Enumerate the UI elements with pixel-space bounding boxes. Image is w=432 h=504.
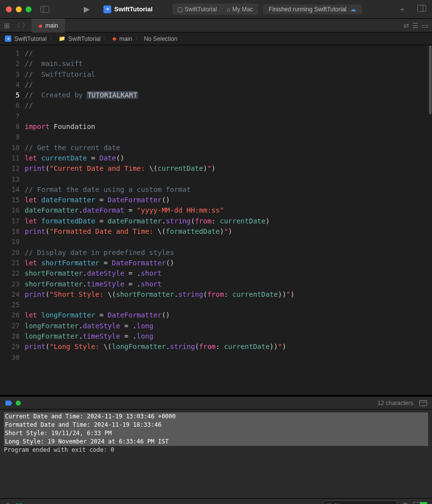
scrollbar-thumb[interactable]: [429, 45, 432, 114]
code-editor[interactable]: 1//2// main.swift3// SwiftTutorial4//5//…: [0, 45, 432, 395]
code-line[interactable]: 15let dateFormatter = DateFormatter(): [0, 195, 432, 205]
code-line[interactable]: 24print("Short Style: \(shortFormatter.s…: [0, 289, 432, 300]
code-line[interactable]: 3// SwiftTutorial: [0, 69, 432, 80]
code-line[interactable]: 11let currentDate = Date(): [0, 153, 432, 163]
sidebar-toggle-icon[interactable]: [40, 6, 49, 13]
code-line[interactable]: 10// Get the current date: [0, 143, 432, 153]
code-line[interactable]: 18print("Formatted Date and Time: \(form…: [0, 226, 432, 237]
code-line[interactable]: 23shortFormatter.timeStyle = .short: [0, 279, 432, 289]
line-number: 3: [0, 69, 25, 80]
scheme-selector[interactable]: ▢ SwiftTutorial 〉 ⌂ My Mac: [172, 3, 258, 15]
code-line[interactable]: 21let shortFormatter = DateFormatter(): [0, 258, 432, 268]
minimize-window-button[interactable]: [16, 6, 22, 12]
console-header: 12 characters: [0, 397, 432, 410]
editor-scrollbar[interactable]: [428, 45, 432, 395]
code-line[interactable]: 19: [0, 237, 432, 247]
code-review-icon[interactable]: ⇄: [403, 22, 409, 30]
adjust-editor-icon[interactable]: ☰: [412, 22, 419, 30]
line-number: 24: [0, 289, 25, 300]
code-line[interactable]: 12print("Current Date and Time: \(curren…: [0, 163, 432, 174]
chevron-right-icon: 〉: [219, 5, 225, 13]
variables-pane-toggle[interactable]: [413, 502, 420, 504]
nav-back-button[interactable]: 〈: [14, 21, 20, 30]
close-window-button[interactable]: [6, 6, 12, 12]
line-number: 18: [0, 226, 25, 237]
code-line[interactable]: 26let longFormatter = DateFormatter(): [0, 310, 432, 320]
breadcrumb-file: main: [119, 35, 132, 42]
code-line[interactable]: 8import Foundation: [0, 122, 432, 132]
line-number: 14: [0, 185, 25, 195]
code-line[interactable]: 14// Format the date using a custom form…: [0, 185, 432, 195]
code-line[interactable]: 22shortFormatter.dateStyle = .short: [0, 268, 432, 279]
debug-memory-icon[interactable]: ▮▮: [15, 502, 22, 504]
code-line[interactable]: 25: [0, 300, 432, 310]
code-line[interactable]: 1//: [0, 48, 432, 59]
breadcrumb-selection: No Selection: [144, 35, 177, 42]
run-button[interactable]: ▶: [84, 4, 90, 14]
line-number: 27: [0, 321, 25, 331]
filter-box[interactable]: ⧩: [323, 501, 397, 504]
code-line[interactable]: 17let formattedDate = dateFormatter.stri…: [0, 216, 432, 226]
console-line: Short Style: 19/11/24, 6:33 PM: [4, 429, 428, 438]
char-count: 12 characters: [377, 400, 413, 407]
trash-icon[interactable]: 🗑: [402, 502, 408, 504]
tab[interactable]: ◆main: [32, 19, 65, 32]
execution-indicator: [16, 401, 21, 406]
add-tab-button[interactable]: ＋: [399, 5, 405, 14]
code-line[interactable]: 2// main.swift: [0, 59, 432, 69]
code-line[interactable]: 13: [0, 174, 432, 185]
filter-icon: ⧩: [327, 502, 331, 504]
mac-icon: ⌂: [227, 6, 230, 13]
related-items-icon[interactable]: ⊞: [4, 22, 10, 30]
console-output[interactable]: Current Date and Time: 2024-11-19 13:03:…: [0, 410, 432, 498]
line-number: 9: [0, 132, 25, 142]
svg-rect-4: [420, 400, 427, 406]
code-line[interactable]: 5// Created by TUTORIALKART: [0, 90, 432, 100]
line-number: 16: [0, 205, 25, 216]
tabbar: ⊞ 〈 〉 ◆main ⇄ ☰ ▭: [0, 19, 432, 32]
nav-forward-button[interactable]: 〉: [22, 21, 29, 30]
line-number: 6: [0, 100, 25, 111]
code-line[interactable]: 9: [0, 132, 432, 142]
app-icon: ⟢: [103, 5, 111, 13]
titlebar: ▶ ⟢ SwiftTutorial ▢ SwiftTutorial 〉 ⌂ My…: [0, 0, 432, 19]
code-line[interactable]: 27longFormatter.dateStyle = .long: [0, 321, 432, 331]
code-line[interactable]: 20// Display date in predefined styles: [0, 248, 432, 258]
bottom-bar: ◉ ▮▮ ⧩ 🗑: [0, 498, 432, 504]
code-line[interactable]: 6//: [0, 100, 432, 111]
code-line[interactable]: 7: [0, 111, 432, 122]
maximize-window-button[interactable]: [26, 6, 32, 12]
line-number: 4: [0, 80, 25, 90]
project-icon: ⟢: [5, 35, 11, 42]
line-number: 10: [0, 143, 25, 153]
code-line[interactable]: 29print("Long Style: \(longFormatter.str…: [0, 342, 432, 352]
console-panel-toggle[interactable]: [413, 502, 427, 504]
line-number: 22: [0, 268, 25, 279]
auto-icon[interactable]: ◉: [5, 502, 10, 504]
line-number: 8: [0, 122, 25, 132]
breadcrumb[interactable]: ⟢ SwiftTutorial 〉 📁 SwiftTutorial 〉 ◆ ma…: [0, 32, 432, 45]
line-number: 26: [0, 310, 25, 320]
line-number: 5: [0, 90, 25, 100]
code-line[interactable]: 4//: [0, 80, 432, 90]
swift-file-icon: ◆: [38, 23, 42, 29]
scheme-target-icon: ▢: [177, 6, 183, 13]
filter-input[interactable]: [334, 503, 383, 504]
code-line[interactable]: 28longFormatter.timeStyle = .long: [0, 331, 432, 342]
console-pane-toggle[interactable]: [420, 502, 427, 504]
library-button[interactable]: [417, 5, 426, 14]
line-number: 29: [0, 342, 25, 352]
breakpoint-icon[interactable]: [5, 400, 13, 406]
project-badge[interactable]: ⟢ SwiftTutorial: [103, 5, 153, 13]
line-number: 25: [0, 300, 25, 310]
project-name: SwiftTutorial: [114, 5, 153, 13]
cloud-icon: ☁︎: [350, 6, 356, 13]
add-editor-icon[interactable]: ▭: [422, 22, 428, 30]
line-number: 23: [0, 279, 25, 289]
console-line: Program ended with exit code: 0: [4, 446, 428, 454]
console-view-icon[interactable]: [419, 400, 427, 406]
swift-file-icon: ◆: [112, 35, 116, 42]
code-line[interactable]: 16dateFormatter.dateFormat = "yyyy-MM-dd…: [0, 205, 432, 216]
code-line[interactable]: 30: [0, 352, 432, 363]
activity-status[interactable]: Finished running SwiftTutorial ☁︎: [263, 4, 363, 14]
